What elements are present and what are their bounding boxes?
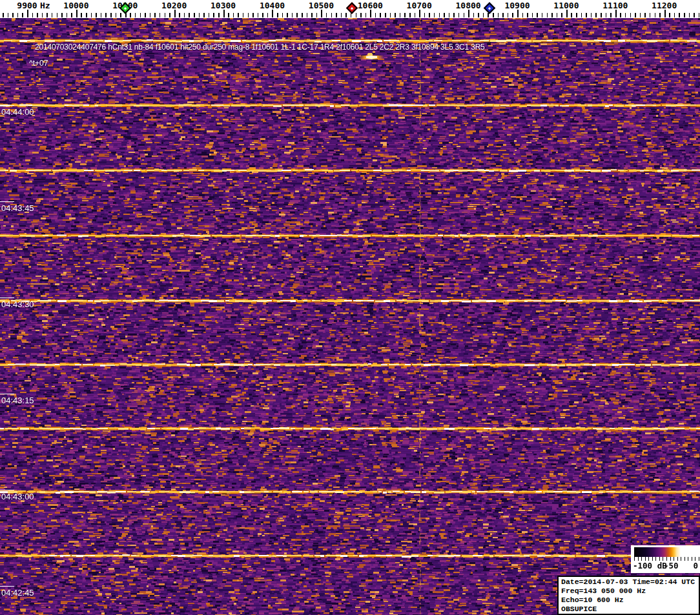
axis-minor-tick <box>86 13 87 17</box>
axis-tick-label: 10400 <box>260 1 285 10</box>
axis-minor-tick <box>130 13 131 17</box>
axis-minor-tick <box>42 13 43 17</box>
axis-minor-tick <box>458 13 460 17</box>
time-axis-label: 04:44:00 <box>1 107 34 117</box>
axis-minor-tick <box>532 13 533 17</box>
axis-minor-tick <box>606 13 607 17</box>
red-diamond-marker-icon[interactable] <box>346 2 358 14</box>
axis-minor-tick <box>154 13 156 17</box>
axis-minor-tick <box>625 13 626 17</box>
axis-minor-tick <box>46 13 48 17</box>
axis-minor-tick <box>135 13 136 17</box>
axis-minor-tick <box>213 13 214 17</box>
axis-minor-tick <box>689 13 690 17</box>
axis-minor-tick <box>655 13 656 17</box>
info-station-name: OBSUPICE <box>561 605 696 614</box>
axis-minor-tick <box>302 13 303 17</box>
axis-tick-label: 10800 <box>456 1 481 10</box>
axis-minor-tick <box>52 13 53 17</box>
axis-major-tick <box>272 10 273 17</box>
axis-minor-tick <box>380 13 381 17</box>
axis-tick-label: 11000 <box>553 1 579 10</box>
info-date-time: Date=2014-07-03 Time=02:44 UTC <box>561 578 696 587</box>
axis-minor-tick <box>449 13 450 17</box>
axis-minor-tick <box>444 13 445 17</box>
axis-minor-tick <box>228 13 229 17</box>
axis-minor-tick <box>478 13 479 17</box>
frequency-axis: Hz 9900100001010010200103001040010500106… <box>0 0 700 18</box>
axis-major-tick <box>370 10 371 17</box>
axis-minor-tick <box>61 13 63 17</box>
axis-minor-tick <box>209 13 210 17</box>
axis-minor-tick <box>561 13 562 17</box>
axis-minor-tick <box>120 13 121 17</box>
axis-minor-tick <box>218 13 220 17</box>
axis-minor-tick <box>400 13 401 17</box>
axis-minor-tick <box>341 13 342 17</box>
axis-minor-tick <box>669 13 670 17</box>
axis-major-tick <box>517 10 519 17</box>
axis-tick-label: 10700 <box>407 1 432 10</box>
axis-minor-tick <box>601 13 602 17</box>
axis-minor-tick <box>473 13 475 17</box>
axis-minor-tick <box>307 13 308 17</box>
axis-tick-label: 9900 <box>17 1 37 10</box>
axis-minor-tick <box>493 13 494 17</box>
colorbar-mid-label: -50 <box>664 561 679 570</box>
axis-minor-tick <box>385 13 386 17</box>
axis-minor-tick <box>179 13 180 17</box>
axis-minor-tick <box>557 13 558 17</box>
axis-minor-tick <box>296 13 298 17</box>
axis-minor-tick <box>267 13 269 17</box>
axis-tick-label: 10200 <box>161 1 187 10</box>
axis-minor-tick <box>640 13 641 17</box>
axis-minor-tick <box>145 13 146 17</box>
axis-minor-tick <box>32 13 34 17</box>
colorbar-legend: -100 dB -50 0 <box>631 545 700 573</box>
time-axis-tick <box>0 394 14 394</box>
axis-minor-tick <box>674 13 675 17</box>
axis-minor-tick <box>345 13 347 17</box>
axis-minor-tick <box>464 13 465 17</box>
axis-minor-tick <box>194 13 195 17</box>
axis-minor-tick <box>694 13 695 17</box>
axis-minor-tick <box>116 13 117 17</box>
axis-minor-tick <box>571 13 572 17</box>
axis-minor-tick <box>57 13 58 17</box>
axis-minor-tick <box>8 13 9 17</box>
axis-minor-tick <box>96 13 97 17</box>
axis-minor-tick <box>679 13 680 17</box>
time-offset-label: ^t+07 <box>29 59 48 68</box>
axis-minor-tick <box>101 13 102 17</box>
axis-minor-tick <box>395 13 396 17</box>
spectrogram-window: Hz 9900100001010010200103001040010500106… <box>0 0 700 615</box>
marker-center-dot <box>351 6 353 9</box>
axis-major-tick <box>419 10 420 17</box>
time-axis-label: 04:43:00 <box>1 492 34 501</box>
axis-tick-label: 10900 <box>504 1 530 10</box>
time-axis-tick <box>0 201 14 202</box>
axis-minor-tick <box>508 13 509 17</box>
axis-minor-tick <box>199 13 200 17</box>
blue-diamond-marker-icon[interactable] <box>484 2 495 14</box>
axis-minor-tick <box>595 13 597 17</box>
axis-minor-tick <box>105 13 107 17</box>
axis-minor-tick <box>160 13 161 17</box>
colorbar-max-label: 0 <box>693 561 698 570</box>
detection-info-text: 20140703024407476 hCnt31 nb-84 f10601 hi… <box>35 43 485 52</box>
axis-minor-tick <box>542 13 543 17</box>
time-axis-label: 04:43:15 <box>1 396 34 405</box>
axis-minor-tick <box>483 13 484 17</box>
axis-minor-tick <box>522 13 524 17</box>
axis-minor-tick <box>699 13 700 17</box>
axis-minor-tick <box>71 13 72 17</box>
axis-minor-tick <box>375 13 376 17</box>
time-axis-tick <box>0 105 14 106</box>
axis-minor-tick <box>547 13 548 17</box>
axis-major-tick <box>468 10 469 17</box>
axis-minor-tick <box>635 13 636 17</box>
time-axis-label: 04:43:45 <box>1 203 34 213</box>
axis-minor-tick <box>169 13 170 17</box>
time-axis-label: 04:43:30 <box>1 299 34 309</box>
spectrogram-overlay: 20140703024407476 hCnt31 nb-84 f10601 hi… <box>0 0 700 615</box>
